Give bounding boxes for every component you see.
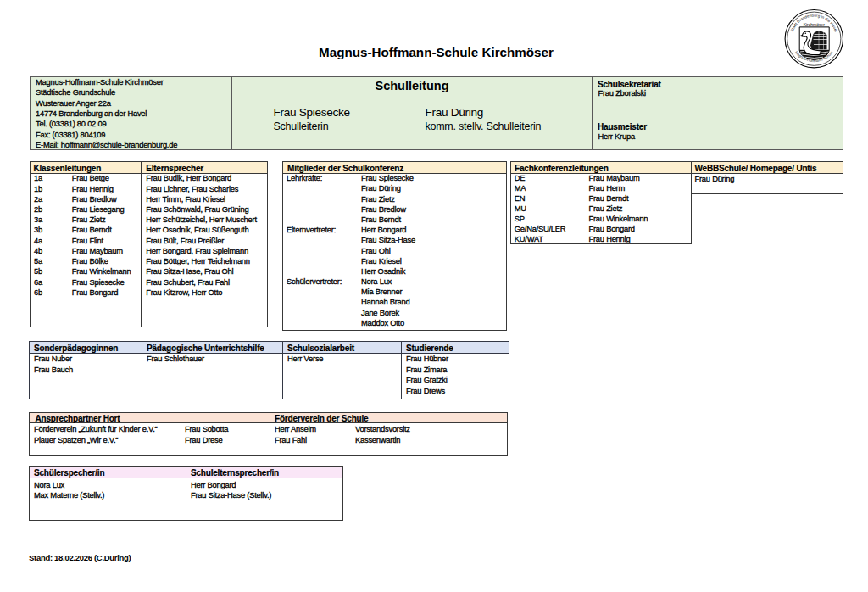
svg-text:Kirchmöser: Kirchmöser bbox=[804, 22, 826, 27]
